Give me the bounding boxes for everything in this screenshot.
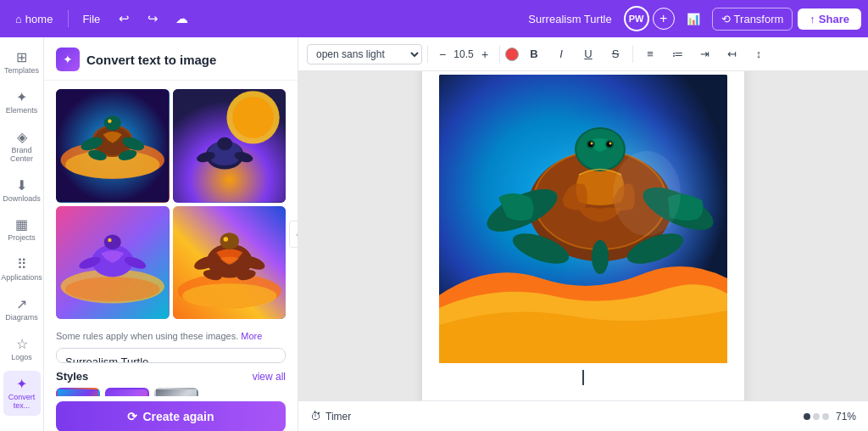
timer-button[interactable]: ⏱ Timer [310, 410, 351, 423]
elements-icon: ✦ [16, 89, 27, 105]
transform-icon: ⟲ [721, 13, 731, 25]
chart-icon: 📊 [687, 13, 700, 25]
list-indent-button[interactable]: ⇥ [693, 42, 716, 66]
style-chip-3[interactable] [154, 388, 198, 396]
bottombar: ⏱ Timer 71% [298, 400, 868, 431]
canvas[interactable] [422, 71, 744, 400]
svg-point-36 [223, 237, 228, 242]
svg-point-54 [592, 240, 609, 274]
ai-icon: ✦ [63, 53, 73, 66]
bold-button[interactable]: B [522, 42, 546, 66]
canvas-area [298, 71, 868, 400]
brand-center-label: Brand Center [7, 147, 37, 164]
stats-button[interactable]: 📊 [680, 9, 707, 29]
downloads-label: Downloads [3, 195, 41, 204]
content-area: open sans light Arial Helvetica Times Ne… [298, 37, 868, 431]
projects-label: Projects [8, 234, 36, 243]
templates-icon: ⊞ [16, 49, 27, 65]
convert-panel: ✦ Convert text to image [44, 37, 298, 431]
prompt-textarea[interactable] [56, 348, 286, 363]
document-title: Surrealism Turtle [528, 13, 611, 25]
avatar[interactable]: PW [624, 6, 649, 31]
sidebar-nav: ⊞ Templates ✦ Elements ◈ Brand Center ⬇ … [0, 37, 44, 431]
convert-icon: ✦ [16, 376, 27, 392]
file-menu[interactable]: File [75, 9, 107, 29]
font-family-select[interactable]: open sans light Arial Helvetica Times Ne… [307, 44, 422, 64]
applications-icon: ⠿ [17, 256, 27, 272]
brand-center-icon: ◈ [17, 129, 27, 145]
progress-dot-2 [813, 413, 820, 420]
undo-button[interactable]: ↩ [112, 7, 136, 31]
view-all-styles-button[interactable]: view all [253, 371, 286, 383]
underline-button[interactable]: U [576, 42, 600, 66]
svg-point-5 [104, 115, 121, 131]
projects-icon: ▦ [15, 216, 28, 232]
timer-icon: ⏱ [310, 410, 321, 423]
logos-label: Logos [11, 354, 32, 362]
line-spacing-button[interactable]: ↕ [747, 42, 771, 66]
toolbar-divider-1 [427, 46, 428, 63]
image-grid [44, 81, 298, 327]
list-unordered-button[interactable]: ≔ [665, 42, 689, 66]
topbar-divider-1 [68, 10, 69, 27]
sidebar-item-logos[interactable]: ☆ Logos [3, 331, 41, 367]
sidebar-item-templates[interactable]: ⊞ Templates [3, 44, 41, 81]
svg-point-23 [104, 234, 121, 249]
font-size-value: 10.5 [453, 48, 474, 60]
diagrams-icon: ↗ [16, 296, 27, 312]
italic-button[interactable]: I [549, 42, 573, 66]
redo-button[interactable]: ↪ [141, 7, 164, 31]
applications-label: Applications [1, 274, 42, 283]
align-left-button[interactable]: ≡ [638, 42, 662, 66]
sidebar-item-elements[interactable]: ✦ Elements [3, 84, 41, 120]
sidebar-item-applications[interactable]: ⠿ Applications [3, 251, 41, 288]
home-icon: ⌂ [15, 13, 22, 25]
generated-image-4[interactable] [173, 206, 287, 320]
share-icon: ↑ [810, 13, 815, 25]
progress-dots [804, 413, 829, 420]
svg-point-31 [220, 232, 238, 249]
convert-label: Convert tex... [7, 394, 37, 411]
svg-point-26 [108, 238, 111, 241]
templates-label: Templates [4, 67, 39, 76]
font-size-decrease-button[interactable]: − [433, 45, 452, 64]
zoom-level: 71% [836, 411, 856, 423]
sidebar-item-brand-center[interactable]: ◈ Brand Center [3, 124, 41, 169]
svg-point-55 [613, 151, 681, 236]
downloads-icon: ⬇ [16, 177, 27, 193]
rules-more-link[interactable]: More [241, 331, 262, 341]
home-button[interactable]: ⌂ home [7, 9, 61, 29]
sidebar-item-diagrams[interactable]: ↗ Diagrams [3, 291, 41, 327]
style-chip-1[interactable] [56, 388, 100, 396]
progress-dot-3 [822, 413, 829, 420]
collapse-panel-button[interactable]: ‹ [289, 221, 298, 248]
generated-image-3[interactable] [56, 206, 170, 320]
generated-image-2[interactable] [173, 89, 287, 203]
add-collaborator-button[interactable]: + [653, 8, 675, 30]
sidebar-item-downloads[interactable]: ⬇ Downloads [3, 172, 41, 209]
list-outdent-button[interactable]: ↤ [720, 42, 743, 66]
diagrams-label: Diagrams [5, 314, 38, 322]
font-size-area: − 10.5 + [433, 45, 494, 64]
font-size-increase-button[interactable]: + [476, 45, 494, 64]
generated-image-1[interactable] [56, 89, 170, 203]
elements-label: Elements [6, 107, 38, 115]
cloud-save-button[interactable]: ☁ [170, 7, 193, 31]
sidebar-item-projects[interactable]: ▦ Projects [3, 211, 41, 248]
share-button[interactable]: ↑ Share [798, 8, 861, 30]
transform-button[interactable]: ⟲ Transform [712, 8, 793, 31]
styles-title: Styles [56, 370, 88, 383]
text-color-picker[interactable] [505, 48, 519, 61]
sidebar-item-convert[interactable]: ✦ Convert tex... [3, 371, 41, 416]
styles-row [44, 388, 298, 396]
timer-label: Timer [326, 411, 351, 423]
canvas-image [439, 75, 727, 363]
create-again-button[interactable]: ⟳ Create again [56, 401, 286, 431]
styles-header: Styles view all [44, 363, 298, 388]
progress-dot-1 [804, 413, 810, 420]
panel-title: Convert text to image [86, 53, 216, 67]
svg-point-16 [217, 137, 232, 151]
strikethrough-button[interactable]: S [604, 42, 627, 66]
svg-point-49 [609, 143, 612, 145]
style-chip-2[interactable] [105, 388, 149, 396]
